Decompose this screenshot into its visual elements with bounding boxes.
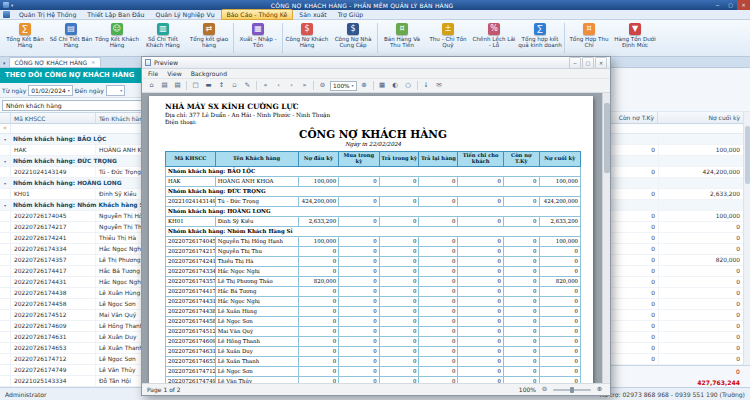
ribbon-button[interactable]: ▼Hàng Tồn Dưới Định Mức (612, 21, 658, 55)
app-logo-icon[interactable] (3, 11, 10, 18)
cuoi-ky-value (658, 156, 750, 166)
zoom-slider-thumb[interactable] (570, 387, 574, 393)
group-expand-icon[interactable]: ▾ (0, 178, 11, 188)
zoom-in-icon[interactable]: ⊕ (359, 80, 370, 91)
ribbon-button[interactable]: ☺Tổng Kết Khách Hàng (94, 21, 140, 55)
report-group-row: Nhóm khách hàng: Nhóm Khách Hàng Sỉ (166, 227, 581, 237)
report-title: CÔNG NỢ KHÁCH HÀNG (165, 128, 581, 140)
ribbon-button[interactable]: $Công Nợ Khách Hàng (284, 21, 330, 55)
export-icon[interactable]: ↓ (421, 80, 432, 91)
tab-close-icon[interactable]: ✕ (91, 60, 95, 65)
header-footer-icon[interactable]: ▬ (203, 80, 214, 91)
last-page-icon[interactable]: » (299, 80, 310, 91)
preview-menu-bar: FileViewBackground (142, 69, 610, 79)
ribbon-button[interactable]: $Công Nợ Nhà Cung Cấp (330, 21, 376, 55)
report-group-row: Nhóm khách hàng: HOÀNG LONG (166, 207, 581, 217)
preview-scrollbar[interactable] (602, 93, 610, 383)
toolbar-separator (313, 81, 314, 90)
supplier-debt-icon: $ (347, 23, 359, 35)
zoom-out-icon[interactable]: ⊖ (539, 384, 550, 395)
customer-code: 20220726174749 (11, 365, 96, 375)
tab-list-icon[interactable]: ▾ (3, 60, 6, 66)
preview-menu-item[interactable]: File (148, 70, 158, 77)
zoom-percent-label: 100% (519, 386, 536, 393)
preview-close-button[interactable]: ✕ (595, 57, 607, 69)
edit-icon[interactable]: ✎ (242, 80, 253, 91)
ribbon-button-label: Tổng Kết Khách Hàng (94, 36, 140, 49)
group-expand-icon[interactable]: ▾ (0, 156, 11, 166)
preview-maximize-button[interactable]: ▢ (582, 57, 594, 69)
zoom-slider[interactable] (553, 389, 591, 391)
quick-print-icon[interactable]: ▤ (172, 80, 183, 91)
multiple-pages-icon[interactable]: ▦ (377, 80, 388, 91)
report-column-header: Trả trong kỳ (379, 152, 419, 167)
ribbon-button[interactable]: ⇄Tổng kết giao hàng (186, 21, 232, 55)
ribbon-button[interactable]: ±Thu - Chi Tồn Quỹ (425, 21, 471, 55)
menu-item[interactable]: Sản xuất (294, 10, 331, 19)
report-column-header: Nợ cuối kỳ (539, 152, 580, 167)
ribbon-button-label: Sổ Chi Tiết Khách Hàng (140, 36, 186, 49)
from-date-input[interactable]: 01/02/2024 ▾ (28, 85, 73, 96)
customer-debt-icon: $ (301, 23, 313, 35)
close-button[interactable]: ✕ (737, 0, 750, 10)
to-date-input[interactable]: ▾ (106, 85, 126, 96)
debt-grid-scrollbar[interactable] (743, 112, 750, 365)
ribbon-button[interactable]: ¤Bán Hàng Và Thu Tiền (379, 21, 425, 55)
preview-minimize-button[interactable]: ─ (569, 57, 581, 69)
zoom-select[interactable]: 100% ▾ (330, 81, 357, 91)
zoom-in-icon[interactable]: ⊕ (594, 384, 605, 395)
column-header-code[interactable]: Mã KHSCC (11, 113, 96, 123)
previous-page-icon[interactable]: ‹ (273, 80, 284, 91)
ribbon-button[interactable]: ¤Tổng Hợp Thu Chi (566, 21, 612, 55)
group-expand-icon[interactable]: ▾ (0, 134, 11, 144)
menu-item[interactable]: Trợ Giúp (333, 10, 369, 19)
email-icon[interactable]: ✉ (434, 80, 445, 91)
tab-cong-no-khach-hang[interactable]: CÔNG NỢ KHÁCH HÀNG ✕ (9, 57, 101, 67)
group-expand-icon[interactable]: ▾ (0, 200, 11, 210)
preview-menu-item[interactable]: Background (191, 70, 227, 77)
report-data-row: 20220726174217Nguyễn Thị Thu0000000 (166, 247, 581, 257)
ribbon-button[interactable]: ▤Sổ Chi Tiết Bán Hàng (48, 21, 94, 55)
first-page-icon[interactable]: « (260, 80, 271, 91)
menu-item[interactable]: Quản Trị Hệ Thống (14, 10, 81, 19)
sales-cash-icon: ¤ (396, 23, 408, 35)
preview-menu-item[interactable]: View (167, 70, 181, 77)
ribbon-button[interactable]: ▦Xuất - Nhập - Tồn (235, 21, 281, 55)
page-setup-icon[interactable]: □ (190, 80, 201, 91)
scale-icon[interactable]: ↕ (216, 80, 227, 91)
preview-zoom-control: 100% ⊖ ⊕ (519, 384, 605, 395)
scrollbar-thumb[interactable] (604, 103, 610, 173)
menu-item[interactable]: Báo Cáo - Thống Kê (221, 9, 294, 20)
next-page-icon[interactable]: › (286, 80, 297, 91)
scrollbar-thumb[interactable] (745, 126, 750, 184)
cuoi-ky-value: 0 (658, 233, 750, 243)
column-header-cuoi-ky[interactable]: Nợ cuối kỳ (658, 112, 750, 123)
row-gutter (0, 222, 11, 232)
chevron-down-icon: ▾ (120, 88, 122, 93)
preview-title-bar[interactable]: Preview ─ ▢ ✕ (142, 57, 610, 69)
row-gutter (0, 211, 11, 221)
ribbon-button[interactable]: ▥Sổ Chi Tiết Khách Hàng (140, 21, 186, 55)
zoom-out-icon[interactable]: ⊖ (317, 80, 328, 91)
customer-code: 20220726174609 (11, 321, 96, 331)
customer-code: 20220726174631 (11, 332, 96, 342)
minimize-button[interactable]: ─ (711, 0, 724, 10)
page-color-icon[interactable]: ◐ (390, 80, 401, 91)
customer-code: HAK (11, 145, 96, 155)
ribbon-button[interactable]: ∑Tổng hợp kết quả kinh doanh (517, 21, 563, 55)
menu-item[interactable]: Thiết Lập Ban Đầu (82, 10, 149, 19)
ribbon-button[interactable]: %Chênh Lệch Lãi - Lỗ (471, 21, 517, 55)
ribbon-button[interactable]: ∑Tổng Kết Bán Hàng (2, 21, 48, 55)
margins-icon[interactable]: ▫ (229, 80, 240, 91)
report-data-row: 20220726174241Thiều Thị Hà0000000 (166, 257, 581, 267)
cuoi-ky-value: 2,633,200 (658, 189, 750, 199)
menu-item[interactable]: Quản Lý Nghiệp Vụ (151, 10, 220, 19)
print-icon[interactable]: ▤ (159, 80, 170, 91)
report-address: Địa chỉ: 377 Lê Duẩn - An Hải - Ninh Phư… (165, 112, 581, 118)
report-header-row: Mã KHSCCTên Khách hàngNợ đầu kỳMua trong… (166, 152, 581, 167)
watermark-icon[interactable]: ○ (403, 80, 414, 91)
customer-code: 20221025143334 (11, 376, 96, 386)
document-map-icon[interactable]: ⌂ (146, 80, 157, 91)
maximize-button[interactable]: ▢ (724, 0, 737, 10)
customer-code: 20220726174417 (11, 266, 96, 276)
